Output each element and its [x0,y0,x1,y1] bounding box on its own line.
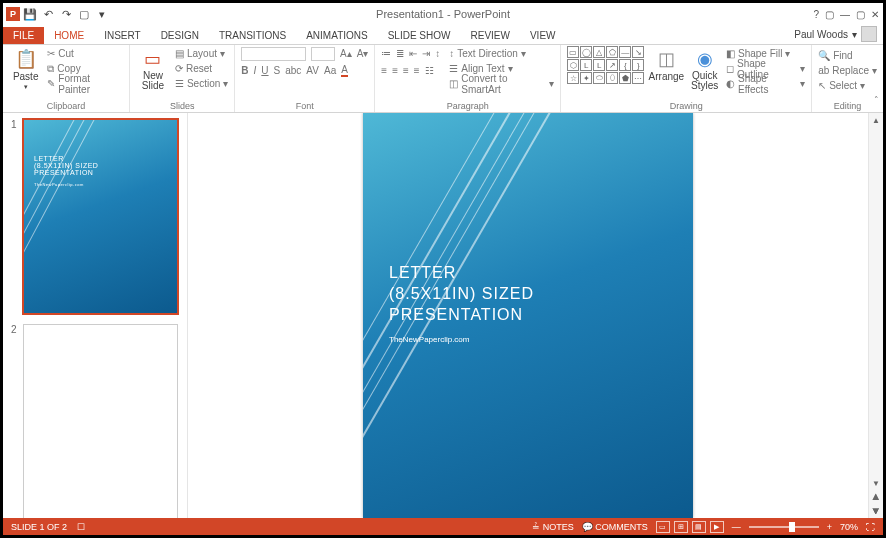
spacing-button[interactable]: AV [306,65,319,76]
collapse-ribbon-icon[interactable]: ˄ [874,95,879,105]
cut-icon: ✂ [47,48,55,59]
section-button[interactable]: ☰Section▾ [175,76,228,91]
scroll-up-icon[interactable]: ▲ [869,113,883,127]
numbering-button[interactable]: ≣ [396,48,404,59]
strike-button[interactable]: S [274,65,281,76]
slide-canvas[interactable]: LETTER (8.5X11IN) SIZED PRESENTATION The… [363,113,693,518]
replace-button[interactable]: abReplace▾ [818,63,877,78]
bullets-button[interactable]: ≔ [381,48,391,59]
tab-transitions[interactable]: TRANSITIONS [209,27,296,44]
window-controls: ? ▢ — ▢ ✕ [813,9,879,20]
redo-icon[interactable]: ↷ [58,6,74,22]
tab-file[interactable]: FILE [3,27,44,44]
text-direction-button[interactable]: ↕Text Direction▾ [449,46,554,61]
case-button[interactable]: Aa [324,65,336,76]
comments-button[interactable]: 💬 COMMENTS [582,522,648,532]
ribbon: 📋 Paste ▾ ✂Cut ⧉Copy ✎Format Painter Cli… [3,45,883,113]
align-right-button[interactable]: ≡ [403,65,409,76]
format-painter-button[interactable]: ✎Format Painter [47,76,123,91]
fit-to-window-button[interactable]: ⛶ [866,522,875,532]
chevron-down-icon: ▾ [24,83,28,91]
zoom-slider[interactable] [749,526,819,528]
grow-font-icon[interactable]: A▴ [340,48,352,59]
font-size-select[interactable] [311,47,335,61]
thumbnail-2[interactable]: 2 [11,324,179,518]
arrange-icon: ◫ [658,48,675,70]
font-family-select[interactable] [241,47,306,61]
qat-more-icon[interactable]: ▾ [94,6,110,22]
bold-button[interactable]: B [241,65,248,76]
smartart-button[interactable]: ◫Convert to SmartArt▾ [449,76,554,91]
paste-button[interactable]: 📋 Paste ▾ [9,46,42,91]
user-area[interactable]: Paul Woods ▾ [794,26,877,42]
shape-effects-button[interactable]: ◐Shape Effects▾ [726,76,805,91]
window-title: Presentation1 - PowerPoint [376,8,510,20]
prev-slide-icon[interactable]: ⯅ [869,490,883,504]
normal-view-button[interactable]: ▭ [656,521,670,533]
undo-icon[interactable]: ↶ [40,6,56,22]
thumb-number: 1 [11,119,19,314]
thumbnail-1[interactable]: 1 LETTER (8.5X11IN) SIZED PRESENTATION T… [11,119,179,314]
tab-home[interactable]: HOME [44,27,94,44]
zoom-level[interactable]: 70% [840,522,858,532]
align-center-button[interactable]: ≡ [392,65,398,76]
zoom-out-button[interactable]: — [732,522,741,532]
new-slide-button[interactable]: ▭ New Slide [136,46,170,91]
help-icon[interactable]: ? [813,9,819,20]
spellcheck-icon[interactable]: ☐ [77,522,85,532]
tab-insert[interactable]: INSERT [94,27,151,44]
user-dropdown-icon[interactable]: ▾ [852,29,857,40]
shadow-button[interactable]: abc [285,65,301,76]
find-button[interactable]: 🔍Find [818,48,877,63]
group-paragraph-label: Paragraph [381,101,554,112]
group-drawing-label: Drawing [567,101,805,112]
inc-indent-button[interactable]: ⇥ [422,48,430,59]
tab-design[interactable]: DESIGN [151,27,209,44]
text-direction-icon: ↕ [449,48,454,59]
layout-button[interactable]: ▤Layout▾ [175,46,228,61]
reading-view-button[interactable]: ▤ [692,521,706,533]
group-font-label: Font [241,101,368,112]
slideshow-view-button[interactable]: ▶ [710,521,724,533]
save-icon[interactable]: 💾 [22,6,38,22]
align-left-button[interactable]: ≡ [381,65,387,76]
select-button[interactable]: ↖Select▾ [818,78,877,93]
tab-review[interactable]: REVIEW [460,27,519,44]
slide-stage[interactable]: LETTER (8.5X11IN) SIZED PRESENTATION The… [188,113,868,518]
columns-button[interactable]: ☷ [425,65,434,76]
shrink-font-icon[interactable]: A▾ [357,48,369,59]
dec-indent-button[interactable]: ⇤ [409,48,417,59]
zoom-in-button[interactable]: + [827,522,832,532]
ribbon-options-icon[interactable]: ▢ [825,9,834,20]
sorter-view-button[interactable]: ⊞ [674,521,688,533]
justify-button[interactable]: ≡ [414,65,420,76]
outline-icon: ◻ [726,63,734,74]
thumbnail-pane[interactable]: 1 LETTER (8.5X11IN) SIZED PRESENTATION T… [3,113,188,518]
font-color-button[interactable]: A [341,64,348,77]
slide-title[interactable]: LETTER (8.5X11IN) SIZED PRESENTATION [389,263,534,325]
underline-button[interactable]: U [261,65,268,76]
next-slide-icon[interactable]: ⯆ [869,504,883,518]
notes-button[interactable]: ≟ NOTES [532,522,574,532]
tab-view[interactable]: VIEW [520,27,566,44]
group-font: A▴ A▾ B I U S abc AV Aa A Font [235,45,375,112]
reset-icon: ⟳ [175,63,183,74]
minimize-icon[interactable]: — [840,9,850,20]
align-text-icon: ☰ [449,63,458,74]
italic-button[interactable]: I [254,65,257,76]
scroll-down-icon[interactable]: ▼ [869,476,883,490]
arrange-button[interactable]: ◫Arrange [649,46,683,82]
maximize-icon[interactable]: ▢ [856,9,865,20]
tab-animations[interactable]: ANIMATIONS [296,27,377,44]
close-icon[interactable]: ✕ [871,9,879,20]
line-spacing-button[interactable]: ↕ [435,48,440,59]
start-show-icon[interactable]: ▢ [76,6,92,22]
vertical-scrollbar[interactable]: ▲ ▼ ⯅ ⯆ [868,113,883,518]
tab-slideshow[interactable]: SLIDE SHOW [378,27,461,44]
reset-button[interactable]: ⟳Reset [175,61,228,76]
cut-button[interactable]: ✂Cut [47,46,123,61]
slide-counter[interactable]: SLIDE 1 OF 2 [11,522,67,532]
quick-styles-icon: ◉ [697,48,713,70]
shapes-gallery[interactable]: ▭◯△⬠—↘ ⬡LL↗{} ☆✦⬭⬯⬟⋯ [567,46,644,84]
quick-styles-button[interactable]: ◉Quick Styles [688,46,721,91]
